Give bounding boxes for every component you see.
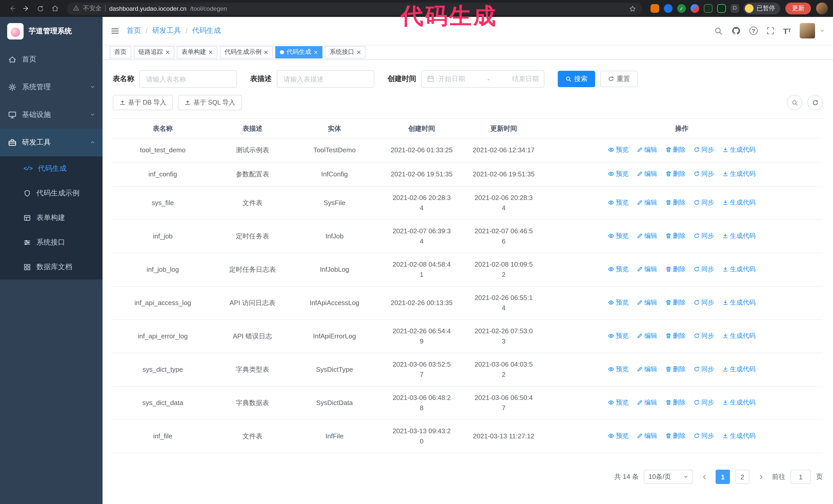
sidebar-item-form-builder[interactable]: 表单构建 <box>0 206 102 230</box>
sidebar-item-devtools[interactable]: 研发工具 <box>0 129 102 157</box>
close-icon[interactable] <box>264 50 268 54</box>
refresh-table-button[interactable] <box>807 95 823 110</box>
delete-link[interactable]: 删除 <box>665 331 686 341</box>
generate-code-link[interactable]: 生成代码 <box>722 264 756 274</box>
preview-link[interactable]: 预览 <box>608 431 629 441</box>
reload-icon[interactable] <box>34 2 47 15</box>
edit-link[interactable]: 编辑 <box>637 398 657 408</box>
tab-codegen[interactable]: 代码生成 <box>275 46 323 58</box>
tab-form-builder[interactable]: 表单构建 <box>177 46 217 58</box>
delete-link[interactable]: 删除 <box>665 197 686 208</box>
page-size-select[interactable]: 10条/页 <box>644 470 693 484</box>
breadcrumb-home[interactable]: 首页 <box>127 26 141 35</box>
sidebar-item-system-api[interactable]: 系统接口 <box>0 230 102 255</box>
preview-link[interactable]: 预览 <box>608 364 629 374</box>
goto-page-input[interactable] <box>790 470 811 484</box>
edit-link[interactable]: 编辑 <box>637 264 657 274</box>
delete-link[interactable]: 删除 <box>665 169 686 179</box>
help-icon[interactable] <box>749 27 757 35</box>
bookmark-star-icon[interactable] <box>629 5 636 12</box>
sync-link[interactable]: 同步 <box>694 145 714 155</box>
import-db-button[interactable]: 基于 DB 导入 <box>113 95 173 110</box>
generate-code-link[interactable]: 生成代码 <box>722 169 756 179</box>
hamburger-icon[interactable] <box>111 26 119 35</box>
preview-link[interactable]: 预览 <box>608 264 629 274</box>
edit-link[interactable]: 编辑 <box>637 145 657 155</box>
address-bar[interactable]: 不安全 dashboard.yudao.iocoder.cn/tool/code… <box>67 2 642 15</box>
extension-2-icon[interactable] <box>664 4 672 13</box>
table-desc-input[interactable] <box>277 70 374 88</box>
generate-code-link[interactable]: 生成代码 <box>722 145 756 155</box>
browser-update-button[interactable]: 更新 <box>785 3 811 14</box>
sidebar-item-home[interactable]: 首页 <box>0 46 102 73</box>
edit-link[interactable]: 编辑 <box>637 197 657 208</box>
tab-home[interactable]: 首页 <box>110 46 131 58</box>
extension-3-icon[interactable]: ✓ <box>677 4 686 13</box>
table-name-input[interactable] <box>139 70 237 88</box>
generate-code-link[interactable]: 生成代码 <box>722 398 756 408</box>
generate-code-link[interactable]: 生成代码 <box>722 231 756 241</box>
search-icon[interactable] <box>714 26 722 35</box>
caret-down-icon[interactable] <box>820 28 825 33</box>
generate-code-link[interactable]: 生成代码 <box>722 431 756 441</box>
preview-link[interactable]: 预览 <box>608 231 629 241</box>
sidebar-logo[interactable]: 芋道管理系统 <box>0 17 102 46</box>
back-icon[interactable] <box>5 2 19 15</box>
page-1-button[interactable]: 1 <box>716 470 730 484</box>
home-icon[interactable] <box>48 2 62 15</box>
sidebar-item-db-doc[interactable]: 数据库文档 <box>0 255 102 280</box>
delete-link[interactable]: 删除 <box>665 431 686 441</box>
sync-link[interactable]: 同步 <box>694 364 714 374</box>
extension-5-icon[interactable] <box>704 4 713 13</box>
forward-icon[interactable] <box>20 2 33 15</box>
delete-link[interactable]: 删除 <box>665 398 686 408</box>
delete-link[interactable]: 删除 <box>665 231 686 241</box>
sidebar-item-codegen[interactable]: </> 代码生成 <box>0 157 102 181</box>
profile-paused-badge[interactable]: 已暂停 <box>743 3 780 14</box>
sync-link[interactable]: 同步 <box>694 197 714 208</box>
edit-link[interactable]: 编辑 <box>637 364 657 374</box>
extension-4-icon[interactable] <box>690 4 699 13</box>
preview-link[interactable]: 预览 <box>608 297 629 308</box>
next-page-button[interactable] <box>755 470 767 484</box>
preview-link[interactable]: 预览 <box>608 197 629 208</box>
toggle-search-button[interactable] <box>787 95 802 110</box>
extensions-menu-puzzle-icon[interactable] <box>731 4 739 13</box>
sync-link[interactable]: 同步 <box>694 264 714 274</box>
close-icon[interactable] <box>357 50 361 54</box>
generate-code-link[interactable]: 生成代码 <box>722 364 756 374</box>
github-icon[interactable] <box>731 26 740 35</box>
preview-link[interactable]: 预览 <box>608 145 629 155</box>
close-icon[interactable] <box>314 50 318 54</box>
create-time-range-picker[interactable]: 开始日期 - 结束日期 <box>421 70 544 88</box>
preview-link[interactable]: 预览 <box>608 331 629 341</box>
extension-6-icon[interactable] <box>717 4 726 13</box>
sync-link[interactable]: 同步 <box>694 431 714 441</box>
delete-link[interactable]: 删除 <box>665 264 686 274</box>
font-size-icon[interactable] <box>783 27 791 34</box>
reset-button[interactable]: 重置 <box>600 71 638 87</box>
sidebar-item-system[interactable]: 系统管理 <box>0 73 102 101</box>
sync-link[interactable]: 同步 <box>694 169 714 179</box>
generate-code-link[interactable]: 生成代码 <box>722 297 756 308</box>
page-2-button[interactable]: 2 <box>735 470 749 484</box>
preview-link[interactable]: 预览 <box>608 398 629 408</box>
sync-link[interactable]: 同步 <box>694 297 714 308</box>
delete-link[interactable]: 删除 <box>665 145 686 155</box>
breadcrumb-devtools[interactable]: 研发工具 <box>152 26 181 35</box>
edit-link[interactable]: 编辑 <box>637 331 657 341</box>
sync-link[interactable]: 同步 <box>694 398 714 408</box>
close-icon[interactable] <box>209 50 213 54</box>
edit-link[interactable]: 编辑 <box>637 431 657 441</box>
sidebar-item-codegen-example[interactable]: 代码生成示例 <box>0 181 102 206</box>
delete-link[interactable]: 删除 <box>665 297 686 308</box>
search-button[interactable]: 搜索 <box>558 71 595 87</box>
preview-link[interactable]: 预览 <box>608 169 629 179</box>
sidebar-item-infra[interactable]: 基础设施 <box>0 101 102 129</box>
browser-profile-avatar[interactable] <box>816 3 828 14</box>
sync-link[interactable]: 同步 <box>694 231 714 241</box>
sync-link[interactable]: 同步 <box>694 331 714 341</box>
edit-link[interactable]: 编辑 <box>637 231 657 241</box>
tab-codegen-example[interactable]: 代码生成示例 <box>220 46 273 58</box>
delete-link[interactable]: 删除 <box>665 364 686 374</box>
